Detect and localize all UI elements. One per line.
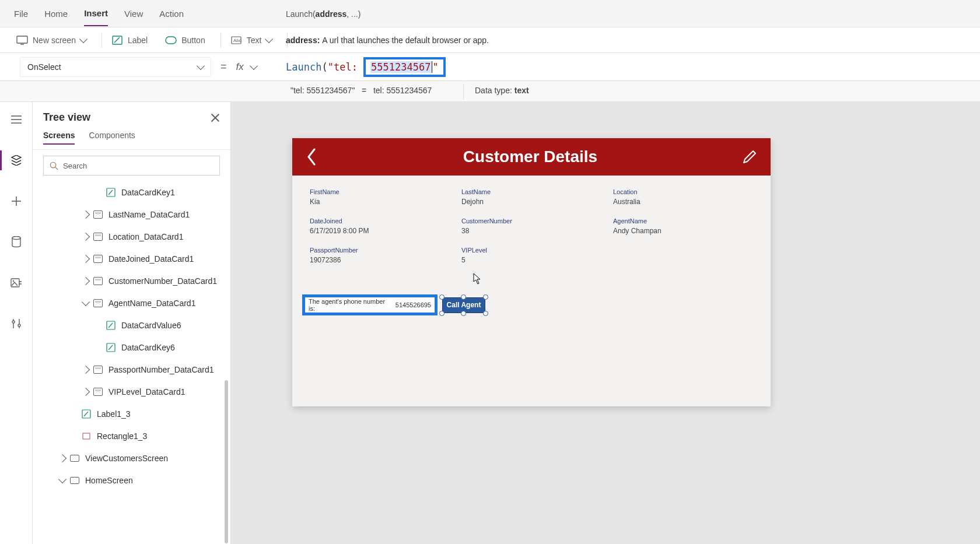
menu-insert[interactable]: Insert	[84, 1, 108, 26]
field-agentname: AgentNameAndy Champan	[613, 217, 753, 235]
chevron-down-icon	[197, 62, 205, 70]
label-icon	[111, 36, 123, 45]
tree-item-datejoined[interactable]: DateJoined_DataCard1	[43, 248, 227, 270]
selection-handle[interactable]	[483, 294, 488, 300]
selection-handle[interactable]	[439, 311, 444, 316]
tree-item-label: AgentName_DataCard1	[108, 299, 195, 308]
field-label: FirstName	[310, 188, 450, 195]
field-value: 38	[461, 227, 601, 235]
tree-search[interactable]: Search	[43, 156, 220, 176]
eval-datatype: Data type: text	[475, 86, 529, 95]
menu-action[interactable]: Action	[159, 2, 184, 26]
text-box-icon: Abc	[230, 36, 242, 45]
label-icon	[82, 409, 91, 419]
agent-phone-number: 5145526695	[396, 301, 431, 308]
agent-phone-label[interactable]: The agent's phone number is: 5145526695	[302, 294, 438, 315]
label-icon	[106, 343, 116, 352]
chevron-right-icon	[82, 366, 90, 374]
close-icon[interactable]	[211, 113, 220, 122]
tree-item-passportnumber[interactable]: PassportNumber_DataCard1	[43, 359, 227, 381]
tree-item-location[interactable]: Location_DataCard1	[43, 226, 227, 248]
formula-input[interactable]: Launch("tel: 5551234567"	[286, 57, 446, 77]
formula-token-string: "tel	[328, 61, 352, 73]
tree-item-datacardkey1[interactable]: DataCardKey1	[43, 181, 227, 203]
tree-item-lastname[interactable]: LastName_DataCard1	[43, 203, 227, 226]
property-selector[interactable]: OnSelect	[20, 57, 211, 77]
datatype-label: Data type:	[475, 86, 512, 95]
formula-token: "	[432, 61, 438, 73]
edit-icon[interactable]	[741, 149, 758, 165]
chevron-right-icon	[82, 277, 90, 285]
tree-item-rectangle1-3[interactable]: Rectangle1_3	[43, 425, 227, 447]
details-grid: FirstNameKia LastNameDejohn LocationAust…	[292, 176, 771, 276]
menu-home[interactable]: Home	[44, 2, 68, 26]
field-label: Location	[613, 188, 753, 195]
rail-hamburger[interactable]	[5, 108, 28, 131]
insert-button-button[interactable]: Button	[159, 32, 211, 48]
tree-item-agentname[interactable]: AgentName_DataCard1	[43, 292, 227, 314]
new-screen-button[interactable]: New screen	[10, 32, 92, 48]
fx-icon: fx	[236, 61, 244, 73]
equals-sign: =	[220, 61, 227, 73]
tree-item-label: DataCardKey1	[121, 188, 175, 197]
call-agent-selection[interactable]: Call Agent	[442, 297, 485, 313]
rail-data[interactable]	[5, 230, 28, 254]
selection-handle[interactable]	[483, 311, 488, 316]
tree-item-viewcustomersscreen[interactable]: ViewCustomersScreen	[43, 447, 227, 469]
field-lastname: LastNameDejohn	[461, 188, 601, 206]
card-icon	[93, 210, 103, 219]
agent-phone-text: The agent's phone number is:	[309, 298, 393, 312]
card-icon	[93, 255, 103, 263]
field-value: Andy Champan	[613, 227, 753, 235]
chevron-down-icon	[79, 35, 88, 43]
chevron-right-icon	[82, 210, 90, 219]
card-icon	[93, 366, 103, 374]
tree-item-datacardkey6[interactable]: DataCardKey6	[43, 336, 227, 359]
tree-list: DataCardKey1 LastName_DataCard1 Location…	[33, 179, 230, 544]
chevron-right-icon	[82, 388, 90, 396]
formula-bar: OnSelect = fx Launch("tel: 5551234567"	[0, 53, 980, 81]
insert-text-button[interactable]: Abc Text	[225, 32, 278, 48]
main-area: Tree view Screens Components Search Data…	[0, 102, 980, 544]
tree-item-datacardvalue6[interactable]: DataCardValue6	[43, 314, 227, 336]
left-rail	[0, 102, 33, 544]
tree-item-customernumber[interactable]: CustomerNumber_DataCard1	[43, 270, 227, 292]
screen-icon	[16, 36, 28, 45]
selection-handle[interactable]	[461, 311, 466, 316]
formula-signature: Launch(address, ...)	[286, 0, 360, 27]
menu-file[interactable]: File	[14, 2, 28, 26]
svg-line-19	[55, 167, 58, 169]
fx-dropdown[interactable]: fx	[236, 61, 257, 73]
insert-label-button[interactable]: Label	[106, 32, 153, 48]
rail-treeview[interactable]	[5, 149, 28, 172]
back-icon[interactable]	[305, 147, 319, 167]
tree-item-viplevel[interactable]: VIPLevel_DataCard1	[43, 381, 227, 403]
top-menu-bar: File Home Insert View Action Launch(addr…	[0, 0, 980, 27]
svg-rect-24	[83, 433, 90, 439]
tree-item-label: VIPLevel_DataCard1	[108, 387, 186, 396]
tree-tabs: Screens Components	[33, 128, 230, 150]
canvas[interactable]: Customer Details FirstNameKia LastNameDe…	[231, 102, 980, 544]
formula-token: :	[352, 61, 363, 73]
eval-quoted: "tel: 5551234567"	[290, 86, 355, 95]
chevron-right-icon	[58, 454, 66, 462]
formula-evaluation-bar: "tel: 5551234567" = tel: 5551234567 Data…	[0, 81, 980, 102]
chevron-down-icon	[58, 475, 66, 483]
rail-advanced[interactable]	[5, 312, 28, 335]
insert-text-label: Text	[247, 36, 262, 45]
rectangle-icon	[82, 431, 91, 441]
rail-media[interactable]	[5, 271, 28, 294]
rail-insert[interactable]	[5, 189, 28, 213]
tab-components[interactable]: Components	[89, 131, 135, 145]
menu-view[interactable]: View	[124, 2, 143, 26]
tree-item-label: PassportNumber_DataCard1	[108, 365, 214, 374]
scroll-thumb[interactable]	[225, 380, 228, 543]
tab-screens[interactable]: Screens	[43, 131, 75, 145]
tree-item-label: HomeScreen	[85, 476, 133, 485]
tree-item-label1-3[interactable]: Label1_3	[43, 403, 227, 425]
field-value: 6/17/2019 8:00 PM	[310, 227, 450, 235]
tree-item-homescreen[interactable]: HomeScreen	[43, 469, 227, 492]
selection-handle[interactable]	[461, 294, 466, 300]
tree-item-label: Location_DataCard1	[108, 232, 183, 241]
selection-handle[interactable]	[439, 294, 444, 300]
